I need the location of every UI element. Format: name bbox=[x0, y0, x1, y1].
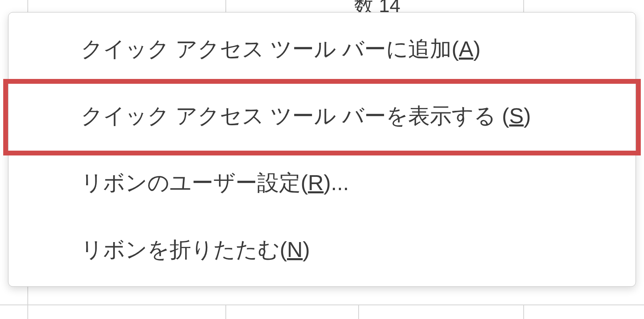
menu-item-label: リボンのユーザー設定(R)... bbox=[81, 168, 349, 198]
menu-item-label: リボンを折りたたむ(N) bbox=[81, 235, 310, 265]
menu-item-collapse-ribbon[interactable]: リボンを折りたたむ(N) bbox=[8, 216, 636, 283]
menu-item-add-to-qat[interactable]: クイック アクセス ツール バーに追加(A) bbox=[8, 16, 636, 83]
menu-item-label: クイック アクセス ツール バーに追加(A) bbox=[81, 35, 481, 64]
ribbon-context-menu: クイック アクセス ツール バーに追加(A) クイック アクセス ツール バーを… bbox=[8, 12, 636, 287]
menu-item-label: クイック アクセス ツール バーを表示する (S) bbox=[81, 102, 531, 131]
menu-item-customize-ribbon[interactable]: リボンのユーザー設定(R)... bbox=[8, 149, 636, 216]
menu-item-show-qat[interactable]: クイック アクセス ツール バーを表示する (S) bbox=[8, 83, 636, 149]
